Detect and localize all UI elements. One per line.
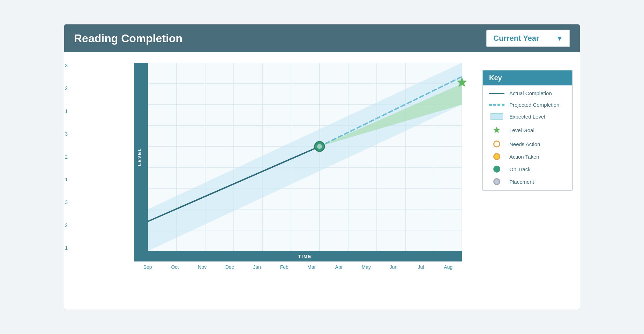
chart-container: Pre-Reading 1 Pre-Reading 2 Pre-Reading …	[71, 63, 475, 270]
x-label-nov: Nov	[189, 264, 216, 270]
x-axis-labels: Sep Oct Nov Dec Jan Feb Mar Apr May Jun …	[134, 261, 462, 270]
chart-area: Pre-Reading 1 Pre-Reading 2 Pre-Reading …	[64, 52, 580, 277]
year-selector[interactable]: Current Year ▼	[486, 30, 570, 47]
key-body: Actual Completion Projected Completion E…	[483, 85, 572, 190]
key-item-actual-completion: Actual Completion	[489, 90, 566, 96]
key-item-on-track: On Track	[489, 166, 566, 173]
key-item-action-taken: Action Taken	[489, 153, 566, 160]
y-label-5: Basic Reading 3	[64, 131, 68, 137]
svg-text:TIME: TIME	[298, 254, 312, 259]
key-label-projected-completion: Projected Completion	[509, 102, 559, 108]
main-card: Reading Completion Current Year ▼ Pre-Re…	[64, 24, 580, 310]
x-label-jan: Jan	[243, 264, 270, 270]
y-label-0: Pre-Reading 1	[64, 245, 68, 251]
x-label-oct: Oct	[161, 264, 188, 270]
header: Reading Completion Current Year ▼	[64, 24, 580, 52]
x-label-feb: Feb	[271, 264, 298, 270]
key-label-placement: Placement	[509, 179, 534, 185]
chart-inner: LEVEL TIME ★ Sep Oct Nov Dec	[134, 63, 475, 270]
y-label-3: Basic Reading 1	[64, 177, 68, 183]
key-label-level-goal: Level Goal	[509, 127, 534, 133]
x-label-apr: Apr	[325, 264, 352, 270]
x-label-dec: Dec	[216, 264, 243, 270]
y-label-6: Fluent Reading 1	[64, 108, 68, 114]
page-title: Reading Completion	[74, 32, 182, 45]
chart-svg: LEVEL TIME ★	[134, 63, 469, 261]
key-panel: Key Actual Completion Projected Completi…	[482, 70, 573, 191]
key-label-expected-level: Expected Level	[509, 114, 545, 120]
placement-icon	[489, 178, 504, 185]
svg-text:LEVEL: LEVEL	[137, 148, 142, 166]
key-item-level-goal: ★ Level Goal	[489, 125, 566, 135]
key-item-projected-completion: Projected Completion	[489, 102, 566, 108]
x-label-aug: Aug	[435, 264, 462, 270]
key-item-expected-level: Expected Level	[489, 113, 566, 120]
key-label-action-taken: Action Taken	[509, 154, 539, 160]
y-label-7: Fluent Reading 2	[64, 85, 68, 91]
star-icon: ★	[489, 125, 504, 135]
y-label-1: Pre-Reading 2	[64, 222, 68, 228]
needs-action-icon	[489, 141, 504, 147]
svg-point-32	[317, 144, 322, 149]
projected-completion-icon	[489, 104, 504, 106]
actual-completion-icon	[489, 93, 504, 94]
action-taken-icon	[489, 153, 504, 160]
x-label-jul: Jul	[407, 264, 434, 270]
y-label-2: Pre-Reading 3	[64, 199, 68, 205]
key-item-needs-action: Needs Action	[489, 141, 566, 147]
y-axis-labels: Pre-Reading 1 Pre-Reading 2 Pre-Reading …	[64, 63, 68, 251]
year-selector-label: Current Year	[493, 34, 550, 43]
x-label-sep: Sep	[134, 264, 161, 270]
y-label-4: Basic Reading 2	[64, 154, 68, 160]
key-label-on-track: On Track	[509, 166, 531, 172]
key-item-placement: Placement	[489, 178, 566, 185]
expected-level-icon	[489, 113, 504, 120]
key-title: Key	[483, 70, 572, 85]
x-label-may: May	[353, 264, 380, 270]
on-track-icon	[489, 166, 504, 173]
x-label-mar: Mar	[298, 264, 325, 270]
key-label-needs-action: Needs Action	[509, 141, 540, 147]
y-label-8: Fluent Reading 3	[64, 63, 68, 69]
key-label-actual-completion: Actual Completion	[509, 90, 552, 96]
chevron-down-icon: ▼	[556, 35, 563, 43]
x-label-jun: Jun	[380, 264, 407, 270]
svg-text:★: ★	[456, 75, 467, 89]
